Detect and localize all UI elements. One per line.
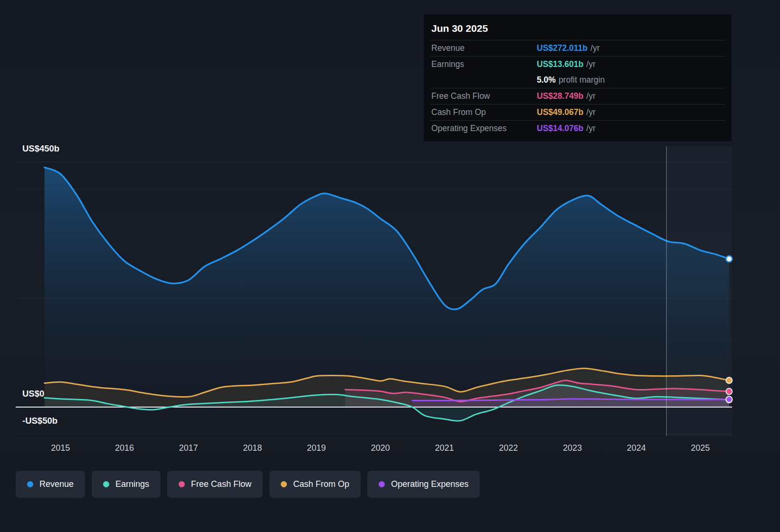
tooltip-row-profit-margin: 5.0%profit margin (430, 72, 725, 88)
legend-item-revenue[interactable]: Revenue (16, 471, 85, 498)
chart-legend: Revenue Earnings Free Cash Flow Cash Fro… (16, 471, 480, 498)
legend-item-cash-from-op[interactable]: Cash From Op (269, 471, 361, 498)
free-cash-flow-dot-icon (179, 481, 185, 487)
legend-label: Cash From Op (293, 479, 349, 489)
tooltip-value: US$49.067b (537, 107, 583, 117)
revenue-dot-icon (27, 481, 33, 487)
x-axis-label: 2023 (563, 443, 582, 453)
tooltip-label: Operating Expenses (431, 124, 537, 133)
tooltip-row-revenue: Revenue US$272.011b/yr (430, 40, 725, 56)
tooltip-suffix: /yr (586, 124, 595, 133)
tooltip-date: Jun 30 2025 (430, 18, 725, 40)
x-axis-label: 2021 (435, 443, 454, 453)
series-endpoint-cash-from-op (726, 377, 732, 383)
legend-label: Earnings (115, 479, 149, 489)
y-axis-label: US$0 (22, 389, 44, 399)
series-endpoint-free-cash-flow (726, 389, 732, 395)
x-axis-label: 2020 (371, 443, 390, 453)
tooltip-row-free-cash-flow: Free Cash Flow US$28.749b/yr (430, 88, 725, 104)
tooltip-value-cell: US$272.011b/yr (537, 43, 724, 53)
x-axis-label: 2022 (499, 443, 518, 453)
tooltip-value: US$28.749b (537, 91, 583, 101)
series-endpoint-revenue (726, 256, 732, 262)
x-axis-label: 2018 (243, 443, 262, 453)
tooltip-value-cell: US$49.067b/yr (537, 107, 724, 117)
tooltip-row-operating-expenses: Operating Expenses US$14.076b/yr (430, 120, 725, 136)
tooltip-row-cash-from-op: Cash From Op US$49.067b/yr (430, 104, 725, 120)
tooltip-value: US$13.601b (537, 59, 583, 69)
tooltip-value-cell: 5.0%profit margin (537, 75, 724, 85)
tooltip-value: US$272.011b (537, 43, 588, 53)
y-axis-label: US$450b (22, 143, 59, 153)
tooltip-value-cell: US$28.749b/yr (537, 91, 724, 101)
legend-item-operating-expenses[interactable]: Operating Expenses (367, 471, 480, 498)
x-axis-label: 2025 (691, 443, 710, 453)
tooltip-value: 5.0% (537, 75, 556, 85)
tooltip-row-earnings: Earnings US$13.601b/yr (430, 56, 725, 72)
tooltip-value-cell: US$14.076b/yr (537, 124, 724, 133)
tooltip-label: Revenue (431, 43, 537, 53)
x-axis-label: 2019 (307, 443, 326, 453)
operating-expenses-dot-icon (379, 481, 385, 487)
series-endpoint-operating-expenses (726, 396, 732, 402)
y-axis-label: -US$50b (22, 416, 57, 426)
tooltip-suffix: /yr (586, 107, 595, 117)
stock-financials-page: US$450bUS$0-US$50b2015201620172018201920… (0, 0, 780, 532)
x-axis-label: 2017 (179, 443, 198, 453)
earnings-dot-icon (103, 481, 109, 487)
tooltip-suffix: /yr (590, 43, 599, 53)
legend-label: Operating Expenses (391, 479, 468, 489)
x-axis-label: 2024 (627, 443, 646, 453)
tooltip-value: US$14.076b (537, 124, 583, 133)
tooltip-label: Cash From Op (431, 107, 537, 117)
tooltip-suffix: /yr (586, 59, 595, 69)
x-axis-label: 2015 (51, 443, 70, 453)
legend-item-free-cash-flow[interactable]: Free Cash Flow (167, 471, 263, 498)
cash-from-op-dot-icon (281, 481, 287, 487)
tooltip-suffix: /yr (586, 91, 595, 101)
tooltip-label: Earnings (431, 59, 537, 69)
series-area-revenue (45, 167, 729, 407)
tooltip-label: Free Cash Flow (431, 91, 537, 101)
legend-item-earnings[interactable]: Earnings (92, 471, 161, 498)
x-axis-label: 2016 (115, 443, 134, 453)
tooltip-value-cell: US$13.601b/yr (537, 59, 724, 69)
legend-label: Free Cash Flow (191, 479, 251, 489)
tooltip-suffix: profit margin (559, 75, 605, 85)
chart-tooltip: Jun 30 2025 Revenue US$272.011b/yr Earni… (424, 14, 732, 141)
legend-label: Revenue (39, 479, 74, 489)
